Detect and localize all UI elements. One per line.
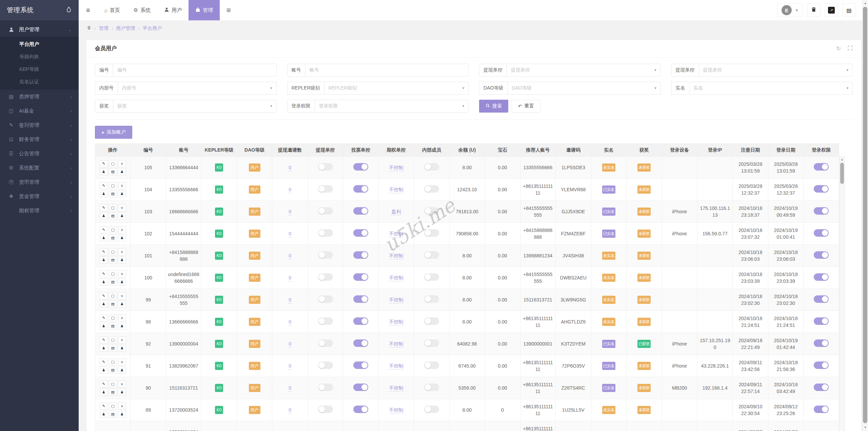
filter-select[interactable]: 登录权限▼ <box>315 100 469 112</box>
edit-icon[interactable]: ✎ <box>100 226 108 233</box>
internal-member-toggle[interactable] <box>424 339 439 347</box>
login-permission-toggle[interactable] <box>814 273 829 281</box>
option-control-link[interactable]: 不控制 <box>389 231 403 237</box>
option-control-link[interactable]: 不控制 <box>389 275 403 281</box>
table-scrollbar[interactable]: ▲ <box>839 157 845 431</box>
internal-member-toggle[interactable] <box>424 361 439 369</box>
edit-icon[interactable]: ✎ <box>100 204 108 211</box>
vip-icon[interactable]: ν <box>118 226 126 233</box>
vip-icon[interactable]: ν <box>118 380 126 388</box>
scroll-down-icon[interactable]: ▼ <box>863 425 868 430</box>
filter-select[interactable]: 获奖▼ <box>113 100 276 112</box>
vip-icon[interactable]: ν <box>118 204 126 211</box>
team-icon[interactable]: ♟ <box>100 322 108 330</box>
sidebar-item-0[interactable]: 用户管理⌄ <box>0 22 79 37</box>
filter-select[interactable]: REPLER级别▼ <box>324 82 468 94</box>
device-icon[interactable]: ▢ <box>109 226 117 233</box>
breadcrumb-link-platform-users[interactable]: 平台用户 <box>143 25 162 32</box>
subordinate-icon[interactable]: ♟ <box>118 300 126 308</box>
login-permission-toggle[interactable] <box>814 361 829 369</box>
team-icon[interactable]: ♟ <box>100 278 108 286</box>
refresh-icon[interactable]: ↻ <box>836 45 841 52</box>
login-permission-toggle[interactable] <box>814 295 829 303</box>
subordinate-icon[interactable]: ♟ <box>118 234 126 241</box>
nav-tab-用户[interactable]: 用户 <box>157 0 189 20</box>
wallet-icon[interactable]: ▤ <box>109 256 117 263</box>
invites-link[interactable]: 0 <box>289 165 291 171</box>
withdraw-toggle[interactable] <box>318 251 333 259</box>
team-icon[interactable]: ♟ <box>100 234 108 241</box>
login-permission-toggle[interactable] <box>814 207 829 215</box>
nav-tab-grid[interactable]: ⊞ <box>220 0 238 20</box>
sidebar-item-5[interactable]: ☰公告管理‹ <box>0 146 79 161</box>
sidebar-subitem[interactable]: KEP等级 <box>0 63 79 76</box>
vote-toggle[interactable] <box>353 163 368 171</box>
delete-button[interactable] <box>807 3 821 17</box>
vip-icon[interactable]: ν <box>118 358 126 366</box>
subordinate-icon[interactable]: ♟ <box>118 345 126 352</box>
team-icon[interactable]: ♟ <box>100 389 108 396</box>
withdraw-toggle[interactable] <box>318 384 333 391</box>
reset-button[interactable]: ↶重置 <box>512 100 540 113</box>
withdraw-toggle[interactable] <box>318 406 333 413</box>
internal-member-toggle[interactable] <box>424 163 439 171</box>
invites-link[interactable]: 0 <box>289 209 291 215</box>
device-icon[interactable]: ▢ <box>109 336 117 344</box>
device-icon[interactable]: ▢ <box>109 314 117 321</box>
vip-icon[interactable]: ν <box>118 336 126 344</box>
invites-link[interactable]: 0 <box>289 319 291 326</box>
subordinate-icon[interactable]: ♟ <box>118 411 126 418</box>
nav-tab-首页[interactable]: ⌂首页 <box>98 0 127 20</box>
sidebar-item-8[interactable]: ❖赏金管理‹ <box>0 189 79 203</box>
vote-toggle[interactable] <box>353 295 368 303</box>
wallet-icon[interactable]: ▤ <box>109 300 117 308</box>
option-control-link[interactable]: 不控制 <box>389 165 403 171</box>
device-icon[interactable]: ▢ <box>109 403 117 410</box>
sidebar-subitem[interactable]: 平台用户 <box>0 38 79 51</box>
device-icon[interactable]: ▢ <box>109 292 117 299</box>
edit-icon[interactable]: ✎ <box>100 380 108 388</box>
vip-icon[interactable]: ν <box>118 248 126 255</box>
invites-link[interactable]: 0 <box>289 341 291 348</box>
team-icon[interactable]: ♟ <box>100 168 108 175</box>
invites-link[interactable]: 0 <box>289 187 291 193</box>
edit-icon[interactable]: ✎ <box>100 336 108 344</box>
internal-member-toggle[interactable] <box>424 406 439 413</box>
login-permission-toggle[interactable] <box>814 406 829 413</box>
subordinate-icon[interactable]: ♟ <box>118 190 126 197</box>
vote-toggle[interactable] <box>353 339 368 347</box>
team-icon[interactable]: ♟ <box>100 300 108 308</box>
filter-select[interactable]: DAO等级▼ <box>508 82 660 94</box>
internal-member-toggle[interactable] <box>424 384 439 391</box>
invites-link[interactable]: 0 <box>289 231 291 237</box>
table-scrollbar-thumb[interactable] <box>840 163 844 184</box>
fullscreen-icon[interactable] <box>848 45 853 52</box>
subordinate-icon[interactable]: ♟ <box>118 367 126 374</box>
subordinate-icon[interactable]: ♟ <box>118 256 126 263</box>
vip-icon[interactable]: ν <box>118 270 126 277</box>
edit-icon[interactable]: ✎ <box>100 182 108 189</box>
team-icon[interactable]: ♟ <box>100 367 108 374</box>
login-permission-toggle[interactable] <box>814 384 829 391</box>
invites-link[interactable]: 0 <box>289 297 291 303</box>
login-permission-toggle[interactable] <box>814 317 829 325</box>
option-control-link[interactable]: 不控制 <box>389 363 403 370</box>
wallet-icon[interactable]: ▤ <box>109 389 117 396</box>
wallet-icon[interactable]: ▤ <box>109 411 117 418</box>
option-control-link[interactable]: 盈利 <box>391 209 401 215</box>
device-icon[interactable]: ▢ <box>109 358 117 366</box>
internal-member-toggle[interactable] <box>424 207 439 215</box>
wallet-icon[interactable]: ▤ <box>109 367 117 374</box>
user-menu-button[interactable]: E ▼ <box>777 3 803 17</box>
withdraw-toggle[interactable] <box>318 185 333 193</box>
vote-toggle[interactable] <box>353 273 368 281</box>
edit-icon[interactable]: ✎ <box>100 358 108 366</box>
withdraw-toggle[interactable] <box>318 295 333 303</box>
external-link-button[interactable]: ↗ <box>825 3 838 17</box>
vip-icon[interactable]: ν <box>118 292 126 299</box>
option-control-link[interactable]: 不控制 <box>389 385 403 392</box>
invites-link[interactable]: 0 <box>289 385 291 392</box>
sidebar-subitem[interactable]: 等级列表 <box>0 51 79 63</box>
edit-icon[interactable]: ✎ <box>100 248 108 255</box>
subordinate-icon[interactable]: ♟ <box>118 278 126 286</box>
